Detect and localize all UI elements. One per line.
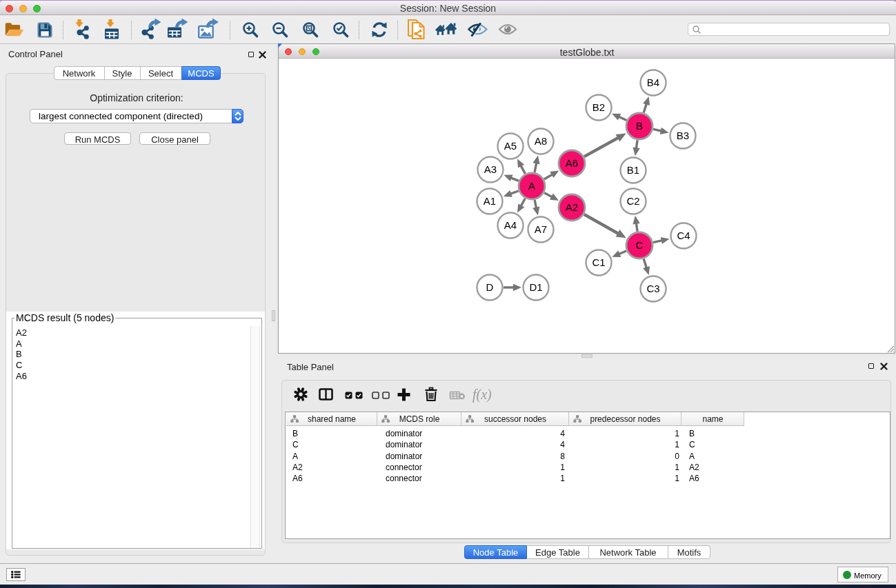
svg-text:B1: B1 — [627, 164, 639, 176]
svg-text:A2: A2 — [566, 201, 578, 213]
svg-text:A7: A7 — [535, 223, 547, 235]
svg-text:A1: A1 — [484, 195, 496, 207]
svg-text:D: D — [486, 281, 494, 293]
svg-text:C: C — [636, 239, 644, 251]
svg-text:A6: A6 — [566, 157, 578, 169]
svg-text:C3: C3 — [646, 283, 659, 294]
svg-text:B: B — [636, 120, 643, 132]
svg-text:A: A — [528, 180, 535, 192]
svg-text:B3: B3 — [677, 130, 689, 141]
svg-text:A3: A3 — [484, 163, 497, 175]
svg-text:B2: B2 — [593, 101, 605, 113]
svg-text:C4: C4 — [677, 230, 690, 241]
svg-text:A4: A4 — [504, 219, 517, 231]
svg-text:B4: B4 — [647, 77, 659, 88]
svg-text:A5: A5 — [504, 140, 517, 152]
svg-text:C2: C2 — [626, 195, 639, 207]
svg-text:D1: D1 — [529, 281, 542, 293]
svg-text:A8: A8 — [535, 135, 547, 147]
svg-text:C1: C1 — [592, 256, 605, 268]
